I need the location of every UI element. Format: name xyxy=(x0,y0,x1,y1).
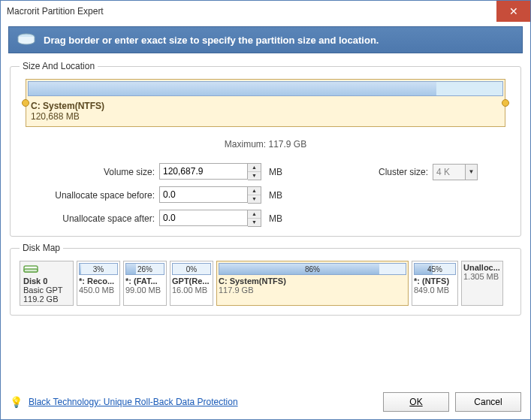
titlebar: Macrorit Partition Expert ✕ xyxy=(1,1,530,22)
partition-size: 849.0 MB xyxy=(414,286,456,295)
partition-size: 16.00 MB xyxy=(172,286,211,295)
unit-mb: MB xyxy=(269,167,291,177)
partition-pct: 0% xyxy=(173,264,210,276)
disk-map-legend: Disk Map xyxy=(20,243,63,253)
drive-icon xyxy=(23,263,70,276)
partition-pct: 3% xyxy=(80,264,117,276)
unalloc-after-label: Unallocate space after: xyxy=(50,213,155,224)
partition-usage-bar: 3% xyxy=(79,263,118,275)
maximum-label: Maximum: 117.9 GB xyxy=(20,139,511,150)
chevron-down-icon[interactable]: ▼ xyxy=(466,164,478,180)
partition-usage-bar: 45% xyxy=(414,263,456,275)
resize-handle-left[interactable] xyxy=(22,99,29,107)
partition-usage-bar: 0% xyxy=(172,263,211,275)
banner-text: Drag border or enter exact size to speci… xyxy=(44,35,379,46)
partition-name: GPT(Re... xyxy=(172,276,211,286)
partition-item[interactable]: 0%GPT(Re...16.00 MB xyxy=(170,261,213,306)
cluster-size-select[interactable]: ▼ xyxy=(433,164,478,180)
partition-name: Unalloc... xyxy=(463,263,501,272)
partition-item[interactable]: 26%*: (FAT...99.00 MB xyxy=(123,261,167,306)
unalloc-after-input[interactable]: ▲▼ xyxy=(159,210,264,227)
partition-usage-band xyxy=(28,81,503,96)
size-location-legend: Size And Location xyxy=(20,61,98,71)
partition-name: *: (NTFS) xyxy=(414,276,456,286)
partition-pct: 26% xyxy=(126,264,164,276)
partition-name: *: (FAT... xyxy=(125,276,164,286)
disk-name: Disk 0 xyxy=(23,276,70,286)
unit-mb: MB xyxy=(269,213,291,224)
disk-map-group: Disk Map Disk 0 Basic GPT 119.2 GB 3%*: … xyxy=(10,243,521,316)
unalloc-before-label: Unallocate space before: xyxy=(50,190,155,201)
partition-item[interactable]: 45%*: (NTFS)849.0 MB xyxy=(412,261,458,306)
partition-pct: 86% xyxy=(219,264,406,276)
disk-icon xyxy=(17,33,36,47)
footer-link[interactable]: Black Technology: Unique Roll-Back Data … xyxy=(29,397,238,407)
cancel-button[interactable]: Cancel xyxy=(455,392,521,412)
instruction-banner: Drag border or enter exact size to speci… xyxy=(8,26,523,53)
partition-item[interactable]: Unalloc...1.305 MB xyxy=(461,261,503,306)
partition-usage-bar: 26% xyxy=(125,263,164,275)
disk-type: Basic GPT xyxy=(23,286,70,295)
partition-item[interactable]: 86%C: System(NTFS)117.9 GB xyxy=(216,261,409,306)
volume-size-label: Volume size: xyxy=(50,167,155,177)
partition-info: C: System(NTFS) 120,688 MB xyxy=(26,98,505,126)
unit-mb: MB xyxy=(269,190,291,201)
partition-size: 120,688 MB xyxy=(31,111,500,122)
spin-down-icon[interactable]: ▼ xyxy=(248,195,261,203)
unalloc-before-input[interactable]: ▲▼ xyxy=(159,186,264,204)
partition-size: 450.0 MB xyxy=(79,286,118,295)
volume-size-input[interactable]: ▲▼ xyxy=(159,163,264,180)
resize-handle-right[interactable] xyxy=(502,99,509,107)
partition-size: 1.305 MB xyxy=(463,272,501,281)
partition-bar: C: System(NTFS) 120,688 MB xyxy=(26,79,505,127)
window-title: Macrorit Partition Expert xyxy=(7,6,496,17)
disk-summary: Disk 0 Basic GPT 119.2 GB xyxy=(20,261,74,306)
partition-item[interactable]: 3%*: Reco...450.0 MB xyxy=(77,261,120,306)
svg-rect-2 xyxy=(24,269,38,272)
close-button[interactable]: ✕ xyxy=(496,1,530,22)
partition-name: C: System(NTFS) xyxy=(219,276,406,286)
partition-label: C: System(NTFS) xyxy=(31,101,500,111)
spin-down-icon[interactable]: ▼ xyxy=(248,219,261,226)
partition-name: *: Reco... xyxy=(79,276,118,286)
partition-free-band xyxy=(436,82,502,95)
partition-usage-bar: 86% xyxy=(219,263,406,275)
disk-size: 119.2 GB xyxy=(23,295,70,304)
partition-slider[interactable]: C: System(NTFS) 120,688 MB xyxy=(20,79,511,127)
size-location-group: Size And Location C: System(NTFS) 120,68… xyxy=(10,61,521,237)
partition-size: 99.00 MB xyxy=(125,286,164,295)
cluster-size-label: Cluster size: xyxy=(361,167,428,177)
spin-down-icon[interactable]: ▼ xyxy=(248,172,261,180)
partition-pct: 45% xyxy=(415,264,455,276)
spin-up-icon[interactable]: ▲ xyxy=(248,210,261,219)
partition-size: 117.9 GB xyxy=(219,286,406,295)
close-icon: ✕ xyxy=(509,5,518,17)
ok-button[interactable]: OK xyxy=(383,392,449,412)
lightbulb-icon: 💡 xyxy=(10,396,23,408)
spin-up-icon[interactable]: ▲ xyxy=(248,164,261,172)
spin-up-icon[interactable]: ▲ xyxy=(248,187,261,195)
